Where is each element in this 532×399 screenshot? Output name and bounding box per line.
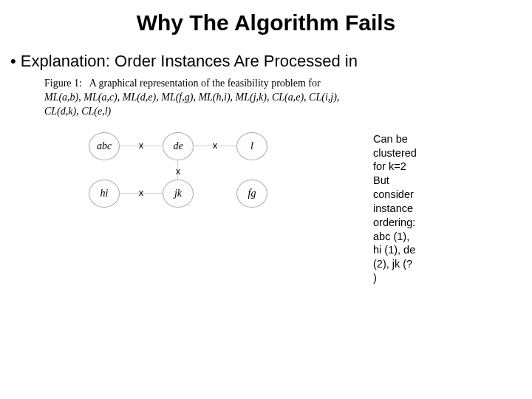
note-line-1: Can be clustered for k=2: [373, 132, 417, 174]
node-label: hi: [100, 188, 109, 200]
node-label: l: [250, 140, 253, 152]
node-l: l: [236, 132, 267, 160]
xmark-de-jk: x: [176, 165, 181, 176]
xmark-hi-jk: x: [139, 186, 144, 197]
constraint-graph: x x x x abc de l hi jk fg Can be cluster…: [89, 132, 310, 221]
node-de: de: [163, 132, 194, 160]
caption-lead: Figure 1:: [44, 78, 82, 89]
figure-caption: Figure 1: A graphical representation of …: [44, 77, 355, 119]
node-fg: fg: [236, 180, 267, 208]
node-label: fg: [248, 188, 256, 200]
note-line-3: abc (1), hi (1), de (2), jk (? ): [373, 230, 417, 285]
xmark-abc-de: x: [139, 139, 144, 150]
xmark-de-l: x: [213, 139, 218, 150]
node-abc: abc: [89, 132, 120, 160]
bullet-text: Explanation: Order Instances Are Process…: [21, 52, 358, 70]
side-note: Can be clustered for k=2 But consider in…: [373, 132, 417, 285]
caption-body: A graphical representation of the feasib…: [89, 78, 321, 89]
node-label: de: [173, 140, 183, 152]
caption-constraints: ML(a,b), ML(a,c), ML(d,e), ML(f,g), ML(h…: [44, 92, 339, 117]
figure-area: Figure 1: A graphical representation of …: [44, 77, 488, 221]
note-line-2: But consider instance ordering:: [373, 174, 417, 229]
node-hi: hi: [89, 180, 120, 208]
bullet-marker: •: [10, 52, 21, 70]
node-jk: jk: [163, 180, 194, 208]
node-label: jk: [174, 188, 182, 200]
node-label: abc: [97, 140, 112, 152]
bullet-line: • Explanation: Order Instances Are Proce…: [0, 35, 532, 71]
slide-title: Why The Algorithm Fails: [0, 0, 532, 35]
